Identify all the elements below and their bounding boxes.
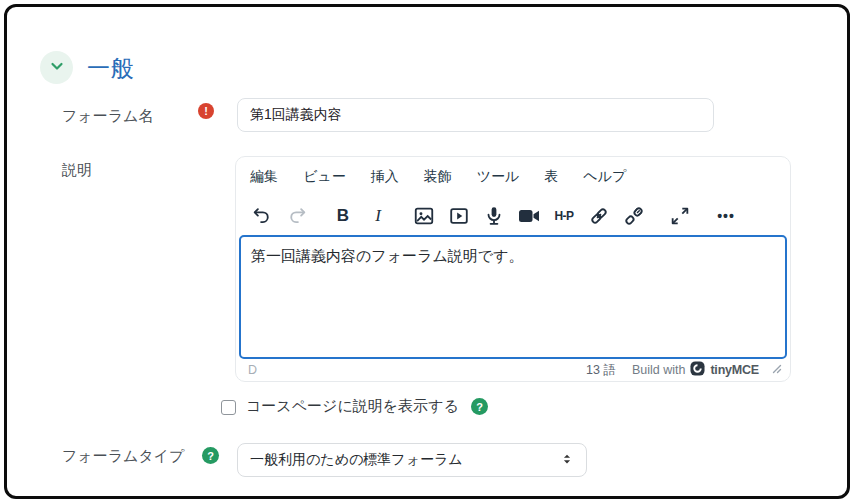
menu-edit[interactable]: 編集 bbox=[250, 168, 278, 186]
record-video-icon[interactable] bbox=[517, 204, 541, 228]
select-arrows-icon bbox=[560, 452, 574, 469]
menu-view[interactable]: ビュー bbox=[303, 168, 346, 186]
tinymce-branding[interactable]: Build with tinyMCE bbox=[632, 361, 759, 379]
editor-menubar: 編集 ビュー 挿入 装飾 ツール 表 ヘルプ bbox=[236, 157, 790, 197]
required-icon: ! bbox=[198, 103, 214, 119]
help-icon[interactable]: ? bbox=[471, 398, 488, 415]
menu-tools[interactable]: ツール bbox=[477, 168, 520, 186]
show-description-label: コースページに説明を表示する bbox=[246, 397, 459, 416]
editor-content-area[interactable]: 第一回講義内容のフォーラム説明です。 bbox=[239, 235, 787, 359]
menu-format[interactable]: 装飾 bbox=[424, 168, 452, 186]
chevron-down-icon bbox=[49, 58, 65, 78]
forum-name-input[interactable] bbox=[237, 98, 714, 132]
image-icon[interactable] bbox=[412, 204, 436, 228]
help-icon[interactable]: ? bbox=[202, 447, 219, 464]
word-count[interactable]: 13 語 bbox=[586, 362, 616, 379]
forum-name-label: フォーラム名 bbox=[62, 107, 153, 126]
h5p-icon[interactable]: H-P bbox=[552, 204, 576, 228]
undo-icon[interactable] bbox=[250, 204, 274, 228]
link-icon[interactable] bbox=[587, 204, 611, 228]
media-icon[interactable] bbox=[447, 204, 471, 228]
element-path[interactable]: D bbox=[248, 363, 257, 377]
forum-settings-form: 一般 フォーラム名 ! 説明 編集 ビュー 挿入 装飾 ツール 表 ヘルプ B … bbox=[4, 4, 850, 499]
branding-name: tinyMCE bbox=[710, 363, 759, 377]
description-label: 説明 bbox=[62, 161, 92, 180]
bold-icon[interactable]: B bbox=[331, 204, 355, 228]
editor-paragraph: 第一回講義内容のフォーラム説明です。 bbox=[251, 245, 775, 268]
redo-icon[interactable] bbox=[285, 204, 309, 228]
italic-icon[interactable]: I bbox=[366, 204, 390, 228]
forum-type-selected-option: 一般利用のための標準フォーラム bbox=[250, 451, 463, 469]
editor-toolbar: B I H-P ••• bbox=[236, 197, 790, 235]
fullscreen-icon[interactable] bbox=[668, 204, 692, 228]
tinymce-logo-icon bbox=[690, 361, 705, 379]
forum-type-select[interactable]: 一般利用のための標準フォーラム bbox=[237, 443, 587, 477]
section-title: 一般 bbox=[87, 53, 134, 84]
menu-help[interactable]: ヘルプ bbox=[583, 168, 626, 186]
resize-handle-icon[interactable] bbox=[771, 363, 782, 377]
show-description-checkbox[interactable] bbox=[221, 400, 236, 415]
forum-type-label: フォーラムタイプ bbox=[62, 447, 184, 466]
menu-table[interactable]: 表 bbox=[544, 168, 558, 186]
more-toolbar-icon[interactable]: ••• bbox=[714, 204, 738, 228]
record-audio-icon[interactable] bbox=[482, 204, 506, 228]
branding-prefix: Build with bbox=[632, 363, 686, 377]
tinymce-editor: 編集 ビュー 挿入 装飾 ツール 表 ヘルプ B I bbox=[235, 156, 791, 382]
editor-statusbar: D 13 語 Build with tinyMCE bbox=[236, 359, 790, 381]
menu-insert[interactable]: 挿入 bbox=[371, 168, 399, 186]
unlink-icon[interactable] bbox=[622, 204, 646, 228]
collapse-section-button[interactable] bbox=[40, 51, 73, 84]
